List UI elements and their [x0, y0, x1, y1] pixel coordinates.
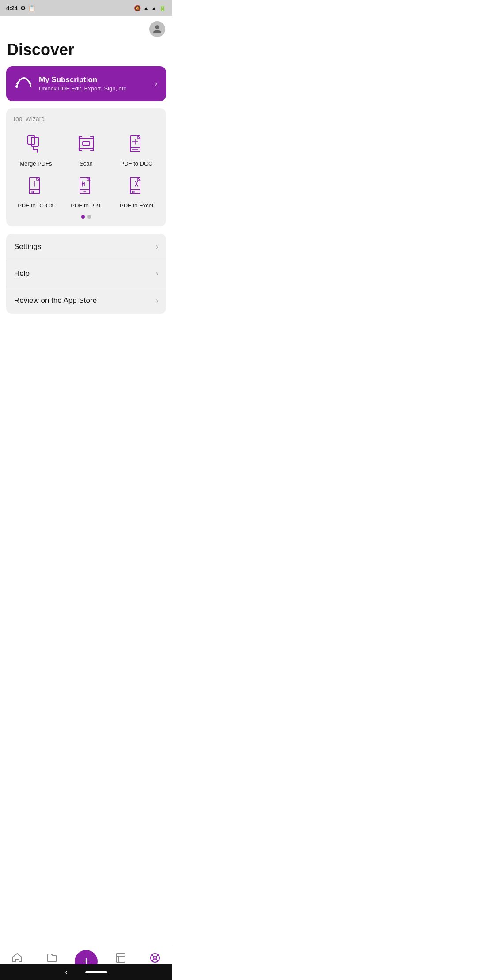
svg-point-0 [15, 85, 18, 88]
dot-2[interactable] [87, 215, 91, 219]
subscription-icon [15, 74, 33, 93]
page-title: Discover [0, 39, 172, 66]
mute-icon: 🔕 [134, 5, 141, 11]
pdf-to-excel-label: PDF to Excel [120, 202, 153, 209]
tool-item-scan[interactable]: Scan [63, 130, 110, 167]
help-item[interactable]: Help › [6, 260, 166, 287]
help-arrow-icon: › [156, 270, 158, 278]
time-display: 4:24 [6, 5, 18, 11]
tool-item-pdf-to-excel[interactable]: PDF to Excel [113, 172, 160, 209]
subscription-title: My Subscription [39, 75, 148, 84]
settings-item[interactable]: Settings › [6, 234, 166, 260]
pdf-to-ppt-icon [73, 172, 99, 199]
wifi-icon: ▲ [143, 5, 149, 11]
tool-wizard-label: Tool Wizard [12, 115, 160, 122]
tool-item-merge-pdfs[interactable]: Merge PDFs [12, 130, 59, 167]
svg-rect-7 [80, 177, 90, 190]
tool-item-pdf-to-doc[interactable]: PDF to DOC [113, 130, 160, 167]
subscription-banner[interactable]: My Subscription Unlock PDF Edit, Export,… [6, 66, 166, 101]
pagination-dots [12, 215, 160, 219]
pdf-to-docx-icon [23, 172, 49, 199]
settings-status-icon: ⚙ [20, 5, 26, 11]
svg-rect-4 [83, 142, 90, 145]
status-bar: 4:24 ⚙ 📋 🔕 ▲ ▲ 🔋 [0, 0, 172, 16]
pdf-to-ppt-label: PDF to PPT [71, 202, 101, 209]
dot-1[interactable] [81, 215, 85, 219]
tool-item-pdf-to-docx[interactable]: PDF to DOCX [12, 172, 59, 209]
settings-section: Settings › Help › Review on the App Stor… [6, 234, 166, 314]
clipboard-status-icon: 📋 [28, 5, 35, 11]
user-avatar[interactable] [149, 21, 165, 37]
review-arrow-icon: › [156, 297, 158, 305]
tool-item-pdf-to-ppt[interactable]: PDF to PPT [63, 172, 110, 209]
help-label: Help [14, 269, 30, 278]
status-icons-area: 🔕 ▲ ▲ 🔋 [134, 5, 166, 11]
tool-grid: Merge PDFs Scan [12, 130, 160, 209]
scan-label: Scan [80, 160, 93, 167]
signal-icon: ▲ [151, 5, 157, 11]
settings-label: Settings [14, 242, 41, 251]
review-item[interactable]: Review on the App Store › [6, 287, 166, 314]
pdf-to-doc-icon [123, 130, 150, 157]
svg-rect-8 [130, 177, 140, 190]
subscription-arrow-icon: › [155, 79, 157, 88]
pdf-to-doc-label: PDF to DOC [121, 160, 153, 167]
pdf-to-docx-label: PDF to DOCX [18, 202, 54, 209]
settings-arrow-icon: › [156, 243, 158, 251]
tool-wizard-section: Tool Wizard Merge PDFs [6, 108, 166, 226]
pdf-to-excel-icon [123, 172, 150, 199]
header [0, 16, 172, 39]
svg-rect-3 [79, 138, 93, 149]
battery-icon: 🔋 [159, 5, 166, 11]
scan-icon [73, 130, 99, 157]
subscription-text-area: My Subscription Unlock PDF Edit, Export,… [39, 75, 148, 92]
merge-pdfs-label: Merge PDFs [20, 160, 52, 167]
review-label: Review on the App Store [14, 296, 97, 305]
merge-pdfs-icon [23, 130, 49, 157]
subscription-subtitle: Unlock PDF Edit, Export, Sign, etc [39, 85, 148, 92]
status-time-area: 4:24 ⚙ 📋 [6, 5, 35, 11]
